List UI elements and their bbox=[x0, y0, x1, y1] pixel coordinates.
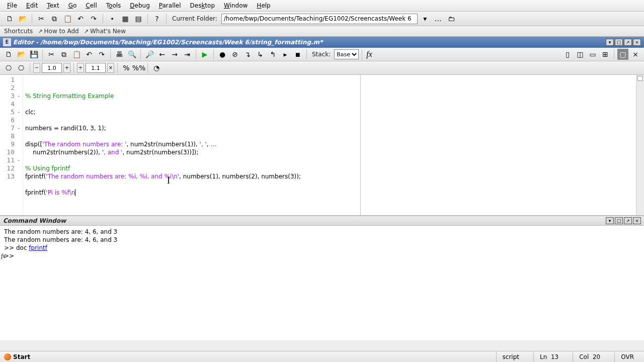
stack-select[interactable]: Base bbox=[334, 49, 359, 59]
forward-icon[interactable]: → bbox=[169, 49, 180, 60]
undo-icon[interactable]: ↶ bbox=[75, 13, 86, 24]
code-area[interactable]: % String Formatting Example clc; numbers… bbox=[23, 75, 636, 215]
step-out-icon[interactable]: ↰ bbox=[267, 49, 278, 60]
layout-1-icon[interactable]: ▯ bbox=[562, 49, 573, 60]
paste-icon[interactable]: 📋 bbox=[62, 13, 73, 24]
layout-3-icon[interactable]: ▭ bbox=[587, 49, 598, 60]
code-line[interactable] bbox=[25, 156, 634, 164]
increment-field-2[interactable] bbox=[86, 63, 106, 73]
line-number[interactable]: 11 bbox=[0, 156, 23, 164]
close-icon[interactable]: × bbox=[633, 39, 641, 46]
menu-text[interactable]: Text bbox=[43, 1, 63, 10]
current-folder-input[interactable] bbox=[221, 14, 418, 24]
menu-window[interactable]: Window bbox=[220, 1, 252, 10]
line-number[interactable]: 2 bbox=[0, 84, 23, 92]
percent-icon[interactable]: % bbox=[121, 62, 132, 73]
code-line[interactable] bbox=[25, 132, 634, 140]
line-number[interactable]: 4 bbox=[0, 100, 23, 108]
divide-icon[interactable]: ÷ bbox=[77, 63, 84, 73]
line-number[interactable]: 5 bbox=[0, 108, 23, 116]
menu-cell[interactable]: Cell bbox=[82, 1, 101, 10]
command-line[interactable]: >> bbox=[4, 252, 640, 260]
start-button[interactable]: Start bbox=[4, 353, 30, 360]
parent-folder-icon[interactable]: 🗀 bbox=[446, 13, 457, 24]
close-icon[interactable]: × bbox=[633, 217, 641, 224]
cut-icon[interactable]: ✂ bbox=[36, 13, 47, 24]
command-window[interactable]: fx The random numbers are: 4, 6, and 3Th… bbox=[0, 226, 644, 340]
print-icon[interactable]: 🖶 bbox=[114, 49, 125, 60]
minimize-icon[interactable]: ▾ bbox=[606, 39, 614, 46]
menu-debug[interactable]: Debug bbox=[126, 1, 153, 10]
layout-4-icon[interactable]: ⊞ bbox=[600, 49, 611, 60]
code-line[interactable] bbox=[25, 100, 634, 108]
line-number[interactable]: 13 bbox=[0, 172, 23, 180]
step-in-icon[interactable]: ↳ bbox=[255, 49, 266, 60]
command-line[interactable]: The random numbers are: 4, 6, and 3 bbox=[4, 228, 640, 236]
browse-folder-icon[interactable]: … bbox=[433, 13, 444, 24]
line-number[interactable]: 8 bbox=[0, 132, 23, 140]
copy-icon[interactable]: ⧉ bbox=[58, 49, 69, 60]
menu-edit[interactable]: Edit bbox=[22, 1, 42, 10]
run-icon[interactable]: ▶ bbox=[199, 49, 210, 60]
layout-2-icon[interactable]: ◫ bbox=[575, 49, 586, 60]
cell-eval-icon[interactable]: ⎔ bbox=[3, 62, 14, 73]
folder-dropdown-icon[interactable]: ▾ bbox=[420, 13, 431, 24]
menu-help[interactable]: Help bbox=[253, 1, 274, 10]
code-line[interactable] bbox=[25, 180, 634, 189]
code-line[interactable]: num2str(numbers(2)), ', and ', num2str(n… bbox=[25, 148, 634, 156]
open-file-icon[interactable]: 📂 bbox=[17, 13, 28, 24]
help-icon[interactable]: ? bbox=[151, 13, 163, 24]
menu-desktop[interactable]: Desktop bbox=[186, 1, 219, 10]
open-icon[interactable]: 📂 bbox=[16, 49, 27, 60]
code-line[interactable]: % String Formatting Example bbox=[25, 92, 634, 100]
paste-icon[interactable]: 📋 bbox=[71, 49, 82, 60]
whats-new-link[interactable]: ↗What's New bbox=[84, 28, 126, 35]
new-script-icon[interactable]: 🗋 bbox=[3, 49, 14, 60]
guide-icon[interactable]: ▦ bbox=[120, 13, 131, 24]
line-number[interactable]: 9 bbox=[0, 140, 23, 148]
increment-field-1[interactable] bbox=[42, 63, 62, 73]
copy-icon[interactable]: ⧉ bbox=[49, 13, 60, 24]
code-line[interactable]: fprintf('Pi is %f\n bbox=[25, 189, 634, 197]
continue-icon[interactable]: ▸ bbox=[280, 49, 291, 60]
undo-icon[interactable]: ↶ bbox=[84, 49, 95, 60]
editor-scrollbar[interactable] bbox=[636, 75, 644, 215]
menu-go[interactable]: Go bbox=[64, 1, 81, 10]
fx-prompt-icon[interactable]: fx bbox=[1, 252, 6, 260]
exit-debug-icon[interactable]: ◾ bbox=[292, 49, 303, 60]
line-number[interactable]: 3 bbox=[0, 92, 23, 100]
menu-tools[interactable]: Tools bbox=[102, 1, 125, 10]
code-line[interactable] bbox=[25, 116, 634, 124]
insert-icon[interactable]: ◔ bbox=[151, 62, 162, 73]
new-file-icon[interactable]: 🗋 bbox=[4, 13, 15, 24]
line-number[interactable]: 6 bbox=[0, 116, 23, 124]
line-number[interactable]: 10 bbox=[0, 148, 23, 156]
editor-title-bar[interactable]: E Editor - /home/bwp/Documents/Teaching/… bbox=[0, 37, 644, 48]
status-ovr[interactable]: OVR bbox=[614, 351, 640, 362]
line-number[interactable]: 7 bbox=[0, 124, 23, 132]
command-line[interactable]: >> doc fprintf bbox=[4, 244, 640, 252]
back-icon[interactable]: ← bbox=[156, 49, 168, 60]
code-line[interactable]: clc; bbox=[25, 108, 634, 116]
maximize-icon[interactable]: □ bbox=[615, 39, 623, 46]
code-analyzer-indicator[interactable] bbox=[637, 76, 643, 81]
line-number[interactable]: 1 bbox=[0, 76, 23, 84]
cut-icon[interactable]: ✂ bbox=[46, 49, 57, 60]
goto-icon[interactable]: ⇥ bbox=[182, 49, 193, 60]
increment-icon[interactable]: + bbox=[63, 63, 70, 73]
find-icon[interactable]: 🔍 bbox=[126, 49, 137, 60]
code-line[interactable]: % Using fprintf bbox=[25, 164, 634, 172]
undock-icon[interactable]: ↗ bbox=[624, 39, 632, 46]
percent-percent-icon[interactable]: %% bbox=[133, 62, 144, 73]
code-line[interactable]: fprintf('The random numbers are: %i, %i,… bbox=[25, 172, 634, 180]
line-number-gutter[interactable]: 12345678910111213 bbox=[0, 75, 23, 215]
decrement-icon[interactable]: − bbox=[33, 63, 40, 73]
menu-parallel[interactable]: Parallel bbox=[155, 1, 185, 10]
menu-file[interactable]: File bbox=[3, 1, 21, 10]
save-icon[interactable]: 💾 bbox=[28, 49, 39, 60]
dock-icon[interactable]: ▢ bbox=[617, 49, 628, 60]
close-tab-icon[interactable]: × bbox=[630, 49, 641, 60]
how-to-add-link[interactable]: ↗How to Add bbox=[38, 28, 78, 35]
redo-icon[interactable]: ↷ bbox=[88, 13, 99, 24]
multiply-icon[interactable]: × bbox=[107, 63, 114, 73]
